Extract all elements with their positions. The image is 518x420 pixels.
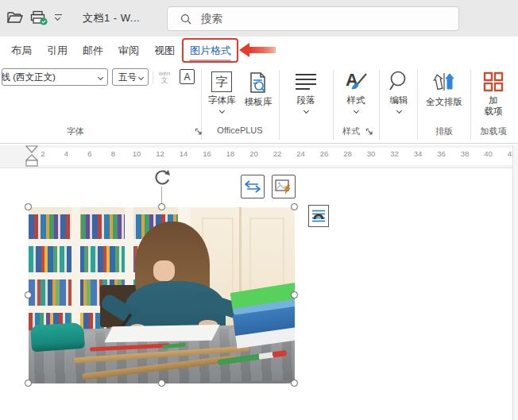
- tab-2[interactable]: 邮件: [83, 44, 103, 58]
- ruler-number: 16: [203, 149, 211, 158]
- ruler-number: 30: [367, 149, 376, 158]
- tab-3[interactable]: 审阅: [118, 44, 139, 58]
- font-name-combobox[interactable]: 等线 (西文正文): [2, 68, 108, 86]
- resize-handle-bottom-left[interactable]: [25, 380, 32, 387]
- chevron-down-icon: [218, 108, 224, 114]
- add-ins-grid-icon: [483, 71, 504, 92]
- font-group-label: 字体: [48, 125, 103, 137]
- word-window: 文档1 - W... 搜索 布局引用邮件审阅视图图片格式 等线 (西文正文): [0, 0, 518, 420]
- photo-paper: [104, 325, 219, 342]
- chevron-down-icon: [353, 108, 358, 114]
- resize-handle-mid-left[interactable]: [25, 291, 32, 299]
- ruler-number: 12: [156, 149, 164, 158]
- ribbon: 等线 (西文正文) 五号 wén 文 A I U ab x 2: [0, 65, 518, 144]
- resize-handle-bottom-center[interactable]: [158, 380, 165, 387]
- group-separator: [470, 70, 471, 140]
- ruler-number: 20: [249, 149, 258, 158]
- indent-markers[interactable]: [25, 145, 39, 168]
- font-dialog-launcher[interactable]: [195, 128, 203, 137]
- ruler-number: 14: [180, 149, 188, 158]
- ruler-number: 34: [414, 149, 423, 158]
- typeset-group-label: 排版: [433, 125, 455, 137]
- chevron-down-icon: [98, 75, 103, 80]
- font-library-icon: 字: [211, 71, 232, 92]
- photo-girl-face: [153, 260, 175, 282]
- chevron-down-icon: [138, 75, 144, 80]
- edit-button[interactable]: 编辑: [383, 70, 415, 113]
- template-library-icon: [248, 71, 269, 94]
- layout-options-icon: [311, 209, 326, 223]
- hanging-indent-marker: [26, 155, 37, 160]
- add-ins-button[interactable]: 加载项: [478, 71, 508, 118]
- tab-0[interactable]: 布局: [11, 44, 32, 58]
- rotate-handle[interactable]: [152, 168, 172, 187]
- paragraph-button[interactable]: 段落: [287, 71, 325, 113]
- edit-magnifier-icon: [388, 70, 410, 92]
- resize-handle-top-center[interactable]: [158, 203, 165, 210]
- styles-dialog-launcher[interactable]: [365, 128, 374, 137]
- group-separator: [417, 70, 418, 140]
- left-indent-marker: [26, 160, 37, 166]
- title-bar: 文档1 - W... 搜索: [0, 0, 518, 37]
- swap-picture-button[interactable]: [241, 175, 265, 198]
- ruler-number: 18: [226, 149, 235, 158]
- styles-brush-icon: A: [344, 70, 368, 92]
- picture-lightning-icon: [275, 179, 292, 195]
- resize-handle-bottom-right[interactable]: [291, 380, 298, 387]
- group-separator: [333, 70, 334, 140]
- template-library-button[interactable]: 模板库: [240, 71, 276, 108]
- ruler-number: 32: [390, 149, 399, 158]
- qat-customize-icon[interactable]: [54, 14, 64, 22]
- ruler-number: 2: [41, 149, 44, 158]
- addins-group-label: 加载项: [477, 125, 510, 137]
- tab-1[interactable]: 引用: [47, 44, 68, 58]
- font-size-combobox[interactable]: 五号: [112, 68, 149, 86]
- ruler-number: 8: [111, 149, 115, 158]
- officeplus-group-label: OfficePLUS: [211, 125, 269, 135]
- ruler-number: 38: [461, 149, 470, 158]
- resize-handle-top-right[interactable]: [291, 203, 298, 210]
- ruler-number: 6: [87, 149, 91, 158]
- swap-arrows-icon: [245, 180, 261, 193]
- tab-4[interactable]: 视图: [154, 44, 175, 58]
- phonetic-guide-button[interactable]: wén 文: [156, 67, 173, 87]
- ruler-number: 40: [484, 149, 493, 158]
- ruler-number: 26: [320, 149, 329, 158]
- group-separator: [279, 70, 280, 140]
- change-picture-button[interactable]: [272, 175, 296, 198]
- paragraph-lines-icon: [294, 71, 318, 92]
- group-separator: [379, 70, 380, 140]
- open-folder-icon[interactable]: [6, 10, 23, 25]
- ruler-number: 22: [273, 149, 282, 158]
- ruler-number: 36: [437, 149, 446, 158]
- search-placeholder: 搜索: [201, 12, 222, 26]
- styles-group-label: 样式: [335, 125, 367, 137]
- full-text-typeset-button[interactable]: 全文排版: [421, 71, 467, 108]
- chevron-down-icon: [303, 108, 308, 114]
- photo-pencil-case: [30, 322, 85, 352]
- styles-button[interactable]: A 样式: [337, 70, 375, 113]
- document-title: 文档1 - W...: [83, 11, 140, 25]
- window-right-strip: [513, 145, 518, 420]
- quick-print-icon[interactable]: [30, 10, 48, 26]
- font-library-button[interactable]: 字 字体库: [205, 71, 238, 113]
- character-border-button[interactable]: A: [180, 69, 195, 84]
- ruler-number: 10: [133, 149, 141, 158]
- ruler-number: 4: [64, 149, 68, 158]
- annotation-red-box: [182, 38, 238, 63]
- ruler-number: 24: [296, 149, 305, 158]
- ruler-number: 28: [343, 149, 352, 158]
- selected-picture[interactable]: [29, 207, 295, 383]
- typeset-arrows-icon: [432, 71, 456, 94]
- search-input[interactable]: 搜索: [167, 6, 459, 31]
- annotation-red-arrow-tail: [249, 47, 276, 53]
- search-icon: [180, 13, 191, 25]
- layout-options-button[interactable]: [308, 205, 329, 227]
- ruler: 2468101214161820222426283032343638404244: [0, 145, 518, 168]
- resize-handle-mid-right[interactable]: [291, 291, 298, 299]
- check-badge: [40, 17, 47, 25]
- first-line-indent-marker: [26, 146, 37, 152]
- chevron-down-icon: [396, 108, 401, 114]
- page-right-edge: [512, 145, 513, 420]
- resize-handle-top-left[interactable]: [25, 203, 32, 210]
